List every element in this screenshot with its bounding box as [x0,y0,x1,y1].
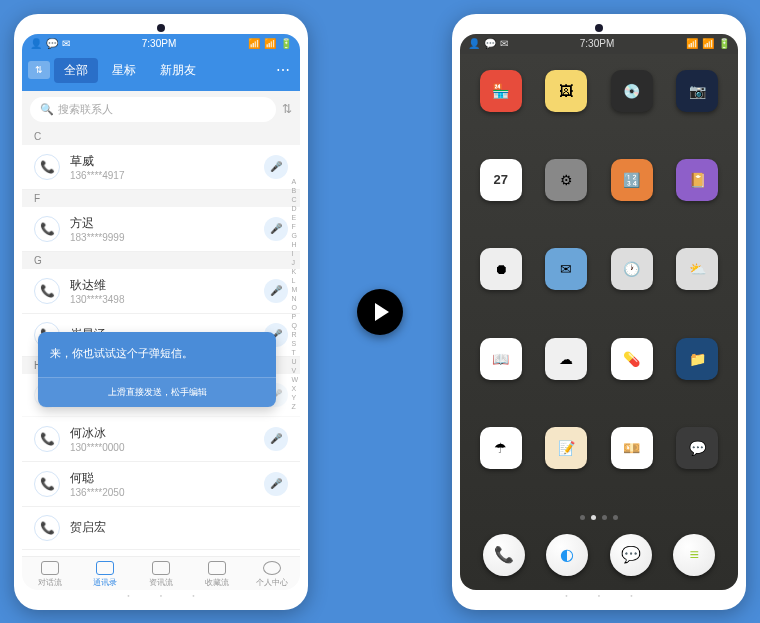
app-clock[interactable]: 🕐 [611,248,653,290]
phone-nav-dots: ●●● [22,590,300,601]
chat-icon: 💬 [484,38,496,49]
dock-messages[interactable]: 💬 [610,534,652,576]
phone-mockup-contacts: 👤 💬 ✉ 7:30PM 📶 📶 🔋 ⇅ 全部 星标 新朋友 ⋯ 🔍 搜索联系人 [14,14,308,610]
section-c: C [22,128,300,145]
tab-bar: ⇅ 全部 星标 新朋友 ⋯ [22,54,300,91]
dock-phone[interactable]: 📞 [483,534,525,576]
app-settings[interactable]: ⚙ [545,159,587,201]
app-store[interactable]: 🏪 [480,70,522,112]
contact-row[interactable]: 📞 草威 136****4917 🎤 [22,145,300,190]
status-bar: 👤 💬 ✉ 7:30PM 📶 📶 🔋 [460,34,738,54]
tab-newfriends[interactable]: 新朋友 [150,58,206,83]
nav-chats[interactable]: 对话流 [22,561,78,588]
contact-row[interactable]: 📞 何聪 136****2050 🎤 [22,462,300,507]
voice-icon[interactable]: 🎤 [264,472,288,496]
app-mail[interactable]: ✉ [545,248,587,290]
app-reader[interactable]: 📖 [480,338,522,380]
voice-icon[interactable]: 🎤 [264,279,288,303]
app-music[interactable]: 💿 [611,70,653,112]
sort-icon[interactable]: ⇅ [282,102,292,116]
call-icon[interactable]: 📞 [34,154,60,180]
status-bar: 👤 💬 ✉ 7:30PM 📶 📶 🔋 [22,34,300,54]
app-calendar[interactable]: 27 [480,159,522,201]
app-cloud[interactable]: ☁ [545,338,587,380]
search-icon: 🔍 [40,103,54,116]
app-chat[interactable]: 💬 [676,427,718,469]
dock-browser[interactable]: ◐ [546,534,588,576]
bottom-nav: 对话流 通讯录 资讯流 收藏流 个人中心 [22,556,300,590]
voice-icon[interactable]: 🎤 [264,217,288,241]
tab-starred[interactable]: 星标 [102,58,146,83]
nav-profile[interactable]: 个人中心 [244,561,300,588]
play-button[interactable] [357,289,403,335]
signal-icon: 📶 [702,38,714,49]
contact-row[interactable]: 📞 方迟 183****9999 🎤 [22,207,300,252]
popup-hint: 上滑直接发送，松手编辑 [38,377,276,407]
signal-icon: 📶 [264,38,276,49]
tab-all[interactable]: 全部 [54,58,98,83]
wifi-icon: 📶 [248,38,260,49]
contact-row[interactable]: 📞 耿达维 130****3498 🎤 [22,269,300,314]
clock-time: 7:30PM [580,38,614,49]
app-calculator[interactable]: 🔢 [611,159,653,201]
call-icon[interactable]: 📞 [34,278,60,304]
user-icon: 👤 [468,38,480,49]
voice-icon[interactable]: 🎤 [264,155,288,179]
battery-icon: 🔋 [280,38,292,49]
phone-nav-dots: ●●● [460,590,738,601]
nav-contacts[interactable]: 通讯录 [78,561,134,588]
app-umbrella[interactable]: ☂ [480,427,522,469]
contact-row[interactable]: 📞 何冰冰 130****0000 🎤 [22,417,300,462]
app-health[interactable]: 💊 [611,338,653,380]
search-bar: 🔍 搜索联系人 ⇅ [22,91,300,128]
app-photos[interactable]: 🖼 [545,70,587,112]
clock-time: 7:30PM [142,38,176,49]
nav-favorites[interactable]: 收藏流 [189,561,245,588]
call-icon[interactable]: 📞 [34,426,60,452]
voice-icon[interactable]: 🎤 [264,427,288,451]
page-indicator [460,511,738,524]
battery-icon: 🔋 [718,38,730,49]
app-memo[interactable]: 📝 [545,427,587,469]
app-recorder[interactable]: ⏺ [480,248,522,290]
app-weather[interactable]: ⛅ [676,248,718,290]
tab-switch-icon[interactable]: ⇅ [28,61,50,79]
call-icon[interactable]: 📞 [34,515,60,541]
camera-dot [157,24,165,32]
mail-icon: ✉ [500,38,508,49]
user-icon: 👤 [30,38,42,49]
phone-mockup-homescreen: 👤 💬 ✉ 7:30PM 📶 📶 🔋 🏪🖼💿📷27⚙🔢📔⏺✉🕐⛅📖☁💊📁☂📝💴💬… [452,14,746,610]
section-f: F [22,190,300,207]
homescreen[interactable]: 🏪🖼💿📷27⚙🔢📔⏺✉🕐⛅📖☁💊📁☂📝💴💬 📞◐💬≡ [460,54,738,590]
call-icon[interactable]: 📞 [34,471,60,497]
voice-message-popup[interactable]: 来，你也试试这个子弹短信。 上滑直接发送，松手编辑 [38,332,276,407]
app-camera[interactable]: 📷 [676,70,718,112]
dock: 📞◐💬≡ [460,524,738,590]
search-input[interactable]: 🔍 搜索联系人 [30,97,276,122]
mail-icon: ✉ [62,38,70,49]
app-notes[interactable]: 📔 [676,159,718,201]
menu-dots-icon[interactable]: ⋯ [276,62,294,78]
popup-message: 来，你也试试这个子弹短信。 [38,332,276,377]
wifi-icon: 📶 [686,38,698,49]
app-files[interactable]: 📁 [676,338,718,380]
camera-dot [595,24,603,32]
dock-contacts[interactable]: ≡ [673,534,715,576]
alpha-index[interactable]: ABCDEFGHIJKLMNOPQRSTUVWXYZ [291,178,298,410]
search-placeholder: 搜索联系人 [58,102,113,117]
contact-row[interactable]: 📞 贺启宏 [22,507,300,550]
app-finance[interactable]: 💴 [611,427,653,469]
chat-icon: 💬 [46,38,58,49]
nav-news[interactable]: 资讯流 [133,561,189,588]
section-g: G [22,252,300,269]
call-icon[interactable]: 📞 [34,216,60,242]
